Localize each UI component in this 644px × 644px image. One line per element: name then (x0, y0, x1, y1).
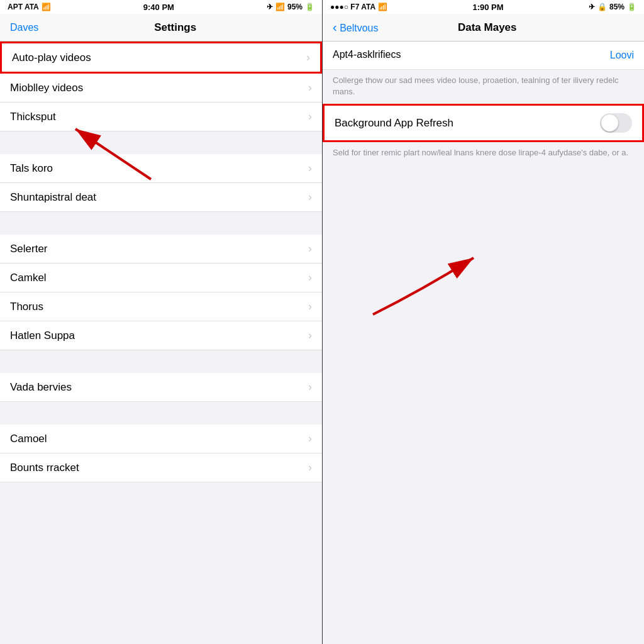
left-gap-1 (0, 131, 322, 154)
left-item-selerter-chevron: › (308, 242, 312, 255)
left-item-camoel[interactable]: Camoel › (0, 425, 322, 453)
left-status-left: APT ATA 📶 (8, 3, 51, 11)
left-item-vada-chevron: › (308, 380, 312, 394)
right-toggle-knob (601, 114, 618, 131)
right-section1-title: Apt4-asklrifiecs (333, 49, 401, 60)
left-item-shunta[interactable]: Shuntapistral deat › (0, 183, 322, 212)
left-item-autoplay-chevron: › (306, 51, 310, 64)
left-item-thicksput-label: Thicksput (10, 111, 56, 123)
left-item-thorus-chevron: › (308, 300, 312, 313)
right-nav-bar: ‹ Beltvous Data Mayes (323, 14, 644, 42)
right-section1-desc: Collerge thow our sad mees video louse, … (323, 70, 644, 104)
left-item-bounts-chevron: › (308, 461, 312, 474)
left-battery-icon: 🔋 (305, 3, 314, 11)
left-time: 9:40 PM (143, 3, 174, 12)
left-item-bounts-label: Bounts rracket (10, 462, 79, 474)
left-gap-2 (0, 212, 322, 235)
right-nav-back[interactable]: ‹ Beltvous (333, 20, 379, 35)
left-item-camkel-chevron: › (308, 271, 312, 284)
left-item-hatlen-label: Hatlen Suppa (10, 330, 75, 342)
right-bg-refresh-row[interactable]: Background App Refresh (323, 104, 644, 142)
left-wifi-icon: 📶 (42, 3, 51, 11)
left-group-5: Camoel › Bounts rracket › (0, 425, 322, 482)
right-status-right: ✈ 🔒 85% 🔋 (589, 3, 636, 11)
right-carrier: ●●●○ F7 ATA (330, 3, 375, 11)
left-bluetooth-icon: ✈ (267, 3, 273, 11)
left-item-camkel-label: Camkel (10, 272, 47, 284)
left-item-vada-label: Vada bervies (10, 381, 72, 394)
right-bg-refresh-desc: Seld for tiner remic plart now/leal lnan… (323, 142, 644, 165)
right-signal-icon: ✈ (589, 3, 595, 11)
right-battery-pct: 85% (609, 3, 625, 11)
right-status-left: ●●●○ F7 ATA 📶 (330, 3, 387, 11)
left-item-talskoro[interactable]: Tals koro › (0, 154, 322, 183)
left-item-thorus[interactable]: Thorus › (0, 292, 322, 321)
left-gap-3 (0, 350, 322, 373)
right-battery-icon: 🔋 (627, 3, 636, 11)
right-status-bar: ●●●○ F7 ATA 📶 1:90 PM ✈ 🔒 85% 🔋 (323, 0, 644, 14)
right-lock-icon: 🔒 (597, 3, 607, 11)
left-item-thorus-label: Thorus (10, 301, 43, 313)
left-signal-icon: 📶 (275, 3, 285, 11)
left-item-mioblley[interactable]: Mioblley videos › (0, 74, 322, 103)
left-battery-pct: 95% (287, 3, 303, 11)
left-group-3: Selerter › Camkel › Thorus › Hatlen Supp… (0, 235, 322, 350)
left-status-right: ✈ 📶 95% 🔋 (267, 3, 314, 11)
left-phone: APT ATA 📶 9:40 PM ✈ 📶 95% 🔋 Daves Settin… (0, 0, 322, 644)
left-item-hatlen[interactable]: Hatlen Suppa › (0, 321, 322, 350)
left-item-shunta-chevron: › (308, 191, 312, 204)
left-item-camkel[interactable]: Camkel › (0, 264, 322, 292)
left-item-mioblley-label: Mioblley videos (10, 82, 83, 94)
left-item-mioblley-chevron: › (308, 81, 312, 94)
left-group-4: Vada bervies › (0, 373, 322, 402)
left-item-selerter-label: Selerter (10, 243, 48, 255)
left-item-bounts[interactable]: Bounts rracket › (0, 453, 322, 482)
right-nav-title: Data Mayes (379, 21, 597, 34)
left-item-autoplay-label: Auto-play videos (12, 52, 91, 64)
left-item-camoel-chevron: › (308, 432, 312, 445)
left-settings-list: Auto-play videos › Mioblley videos › Thi… (0, 42, 322, 644)
left-item-thicksput-chevron: › (308, 110, 312, 123)
right-section1: Apt4-asklrifiecs Loovi (323, 42, 644, 70)
left-nav-bar: Daves Settings (0, 14, 322, 42)
left-item-autoplay[interactable]: Auto-play videos › (0, 42, 322, 74)
left-item-hatlen-chevron: › (308, 329, 312, 342)
right-section1-action[interactable]: Loovi (610, 50, 634, 61)
right-red-arrow (348, 239, 524, 321)
left-nav-title: Settings (38, 21, 312, 34)
left-item-talskoro-chevron: › (308, 162, 312, 175)
left-item-thicksput[interactable]: Thicksput › (0, 103, 322, 131)
right-bg-refresh-toggle[interactable] (600, 113, 632, 133)
right-section1-row: Apt4-asklrifiecs Loovi (333, 49, 634, 62)
right-back-label[interactable]: Beltvous (340, 23, 378, 33)
left-nav-back[interactable]: Daves (10, 22, 38, 33)
right-wifi-icon: 📶 (378, 3, 387, 11)
left-group-1: Auto-play videos › Mioblley videos › Thi… (0, 42, 322, 131)
left-status-bar: APT ATA 📶 9:40 PM ✈ 📶 95% 🔋 (0, 0, 322, 14)
left-item-shunta-label: Shuntapistral deat (10, 191, 96, 204)
right-bg-refresh-label: Background App Refresh (335, 117, 453, 130)
right-time: 1:90 PM (472, 3, 503, 12)
left-item-selerter[interactable]: Selerter › (0, 235, 322, 264)
left-item-camoel-label: Camoel (10, 433, 47, 445)
right-back-chevron: ‹ (333, 20, 337, 34)
left-item-vada[interactable]: Vada bervies › (0, 373, 322, 402)
left-carrier: APT ATA (8, 3, 39, 11)
left-item-talskoro-label: Tals koro (10, 162, 53, 175)
left-gap-4 (0, 402, 322, 425)
left-group-2: Tals koro › Shuntapistral deat › (0, 154, 322, 212)
right-phone: ●●●○ F7 ATA 📶 1:90 PM ✈ 🔒 85% 🔋 ‹ Beltvo… (322, 0, 644, 644)
